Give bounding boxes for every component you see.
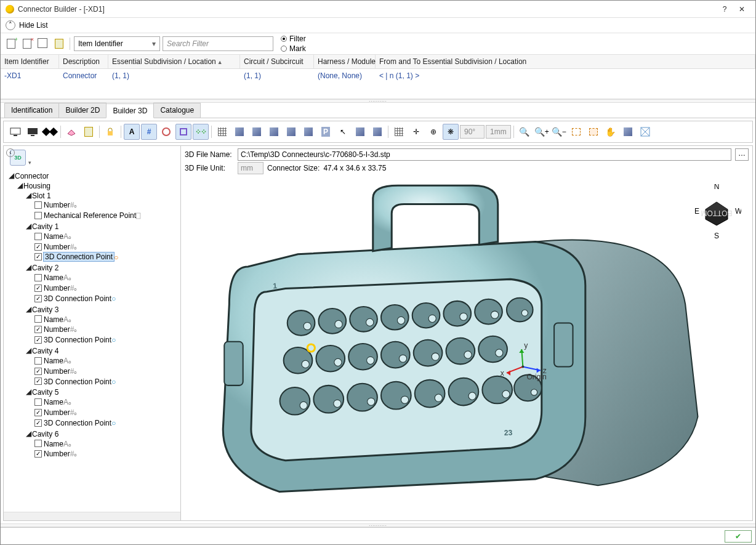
element-tree[interactable]: ◢Connector ◢Housing ◢Slot 1 Number#ₒ Mec… <box>4 169 180 512</box>
checkbox[interactable] <box>34 377 42 385</box>
checkbox[interactable] <box>34 409 42 416</box>
tree-item-selected[interactable]: 3D Connection Point <box>44 252 114 261</box>
close-button[interactable]: ✕ <box>733 5 750 14</box>
item-grid: Item Identifier Description Essential Su… <box>1 55 755 99</box>
tool-snap-point[interactable]: ✛ <box>408 124 424 140</box>
col-harness[interactable]: Harness / Module <box>314 55 376 68</box>
delete-item-button[interactable] <box>20 37 34 50</box>
tool-zoom-in[interactable]: 🔍+ <box>534 124 550 140</box>
toggle-icon[interactable]: ◢ <box>17 181 23 190</box>
tab-builder-2d[interactable]: Builder 2D <box>58 103 107 118</box>
tool-orbit[interactable] <box>620 124 636 140</box>
hide-list-bar[interactable]: ˄ Hide List <box>1 18 755 33</box>
toggle-icon[interactable]: ◢ <box>26 346 32 355</box>
tool-zoom-fit[interactable]: 🔍 <box>517 124 533 140</box>
tool-cube-4[interactable] <box>300 124 316 140</box>
tool-cube-2[interactable] <box>249 124 265 140</box>
toggle-icon[interactable]: ◢ <box>26 222 32 230</box>
file-name-input[interactable]: C:\Temp\3D Connecteurs\c-770680-5-I-3d.s… <box>238 148 731 161</box>
tool-monitor-1[interactable] <box>7 124 23 140</box>
filter-radio[interactable]: Filter <box>281 34 306 43</box>
help-button[interactable]: ? <box>716 5 733 14</box>
checkbox[interactable] <box>34 243 42 251</box>
checkbox[interactable] <box>34 336 42 344</box>
chevron-up-icon[interactable]: ˄ <box>6 20 15 30</box>
tool-cube-p[interactable]: P <box>318 124 334 140</box>
tool-snap-center[interactable]: ⊕ <box>425 124 441 140</box>
tool-hash[interactable]: # <box>141 124 157 140</box>
tree-scrollbar[interactable] <box>4 512 180 520</box>
toggle-icon[interactable]: ◢ <box>26 305 32 313</box>
col-circuit[interactable]: Circuit / Subcircuit <box>240 55 314 68</box>
tool-zoom-out[interactable]: 🔍− <box>551 124 567 140</box>
col-item-identifier[interactable]: Item Identifier <box>1 55 59 68</box>
field-selector-dropdown[interactable]: Item Identifier <box>74 36 160 51</box>
toggle-icon[interactable]: ◢ <box>26 429 32 438</box>
tool-cube-6[interactable] <box>369 124 385 140</box>
tool-snap-grid[interactable] <box>391 124 407 140</box>
tool-grid[interactable] <box>214 124 230 140</box>
tab-builder-3d[interactable]: Builder 3D <box>106 103 154 118</box>
tool-zoom-selection[interactable] <box>585 124 601 140</box>
tool-pan[interactable]: ✋ <box>603 124 619 140</box>
unit-field[interactable]: mm <box>238 162 263 174</box>
navigation-cube[interactable]: N S E W BOTTOM <box>692 184 741 240</box>
toggle-icon[interactable]: ◢ <box>9 171 15 180</box>
angle-field[interactable]: 90° <box>460 125 485 139</box>
tool-cube-group[interactable] <box>283 124 299 140</box>
mark-radio[interactable]: Mark <box>281 44 306 53</box>
checkbox[interactable] <box>34 450 42 458</box>
tool-eraser[interactable] <box>63 124 79 140</box>
toggle-icon[interactable]: ◢ <box>26 263 32 272</box>
checkbox[interactable] <box>34 253 42 260</box>
collapse-tree-button[interactable]: ‹ <box>6 148 15 157</box>
checkbox[interactable] <box>34 440 42 447</box>
tool-lock[interactable] <box>102 124 118 140</box>
tool-cube-3[interactable] <box>266 124 282 140</box>
tool-cube-1[interactable] <box>231 124 247 140</box>
toggle-icon[interactable]: ◢ <box>26 191 32 200</box>
tool-cube-5[interactable] <box>352 124 368 140</box>
copy-button[interactable] <box>36 37 50 50</box>
grid-row[interactable]: -XD1 Connector (1, 1) (1, 1) (None, None… <box>1 69 755 83</box>
tool-snap-angle[interactable]: ❋ <box>443 124 459 140</box>
checkbox[interactable] <box>34 368 42 375</box>
tab-catalogue[interactable]: Catalogue <box>153 103 201 118</box>
tool-text-a[interactable]: A <box>124 124 140 140</box>
checkbox[interactable] <box>34 274 42 281</box>
svg-point-11 <box>288 310 315 336</box>
tool-zoom-window[interactable] <box>568 124 584 140</box>
tool-monitor-2[interactable] <box>25 124 41 140</box>
col-from-to[interactable]: From and To Essential Subdivision / Loca… <box>376 55 755 68</box>
tool-circle[interactable] <box>158 124 174 140</box>
col-description[interactable]: Description <box>59 55 108 68</box>
checkbox[interactable] <box>34 201 42 209</box>
toggle-icon[interactable]: ◢ <box>26 387 32 396</box>
checkbox[interactable] <box>34 315 42 323</box>
tool-scatter[interactable]: ⁘⁘ <box>193 124 209 140</box>
browse-file-button[interactable]: … <box>735 148 749 161</box>
tool-import[interactable] <box>81 124 97 140</box>
checkbox[interactable] <box>34 326 42 333</box>
tab-identification[interactable]: Identification <box>4 103 59 118</box>
checkbox[interactable] <box>34 233 42 240</box>
svg-rect-1 <box>14 135 17 136</box>
checkbox[interactable] <box>34 419 42 427</box>
search-input[interactable]: Search Filter <box>163 36 273 51</box>
paste-button[interactable] <box>52 37 66 50</box>
ok-button[interactable]: ✔ <box>725 530 752 543</box>
checkbox[interactable] <box>34 398 42 406</box>
tool-cursor[interactable]: ↖ <box>335 124 351 140</box>
distance-field[interactable]: 1mm <box>486 125 511 139</box>
cell-id: -XD1 <box>1 70 59 81</box>
col-essential-subdivision[interactable]: Essential Subdivision / Location▲ <box>108 55 240 68</box>
canvas-3d[interactable]: 1 23 z y x Origin N S E W <box>185 179 749 517</box>
checkbox[interactable] <box>34 357 42 365</box>
tool-diamonds[interactable] <box>42 124 58 140</box>
tool-square[interactable] <box>175 124 191 140</box>
checkbox[interactable] <box>34 295 42 302</box>
checkbox[interactable] <box>34 212 42 219</box>
checkbox[interactable] <box>34 285 42 292</box>
new-item-button[interactable] <box>4 37 18 50</box>
tool-view-cube[interactable] <box>637 124 653 140</box>
